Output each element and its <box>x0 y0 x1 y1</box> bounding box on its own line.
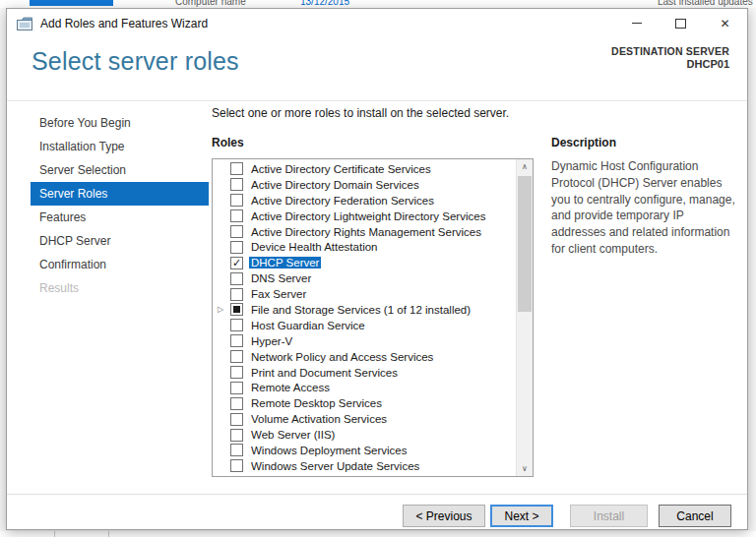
role-checkbox[interactable] <box>230 459 243 472</box>
titlebar[interactable]: Add Roles and Features Wizard ✕ <box>7 9 747 37</box>
install-button[interactable]: Install <box>570 505 648 527</box>
sidebar-item-label: Server Roles <box>39 187 107 201</box>
description-header: Description <box>551 136 616 149</box>
role-checkbox[interactable] <box>230 413 243 426</box>
role-checkbox[interactable] <box>230 366 243 379</box>
role-row[interactable]: ▷ File and Storage Services (1 of 12 ins… <box>213 302 516 318</box>
role-row[interactable]: Active Directory Lightweight Directory S… <box>213 209 516 224</box>
role-label: Windows Server Update Services <box>251 460 419 472</box>
role-label: Print and Document Services <box>251 367 398 379</box>
role-checkbox[interactable] <box>230 225 243 238</box>
role-label: File and Storage Services (1 of 12 insta… <box>251 304 471 316</box>
role-label: Windows Deployment Services <box>251 445 408 456</box>
role-checkbox[interactable] <box>230 241 243 254</box>
role-label: Host Guardian Service <box>251 320 365 331</box>
role-row[interactable]: Device Health Attestation <box>213 239 516 255</box>
role-row[interactable]: Windows Server Update Services <box>213 458 516 474</box>
roles-rows: Active Directory Certificate Services Ac… <box>213 161 516 474</box>
role-row[interactable]: Remote Desktop Services <box>213 395 516 411</box>
role-row[interactable]: Windows Deployment Services <box>213 443 516 458</box>
role-checkbox[interactable] <box>230 429 243 442</box>
next-button[interactable]: Next > <box>490 505 553 527</box>
sidebar-item-label: Before You Begin <box>39 116 131 130</box>
roles-header: Roles <box>212 136 244 149</box>
window-title: Add Roles and Features Wizard <box>40 17 208 30</box>
role-checkbox[interactable] <box>230 272 243 285</box>
role-label: Remote Desktop Services <box>251 397 382 409</box>
role-label: Active Directory Rights Management Servi… <box>251 226 481 238</box>
destination-server-label: DESTINATION SERVER <box>611 45 729 58</box>
minimize-button[interactable] <box>614 9 659 37</box>
role-row[interactable]: DNS Server <box>213 270 516 286</box>
role-row[interactable]: Network Policy and Access Services <box>213 349 516 365</box>
role-label: DHCP Server <box>249 257 321 268</box>
sidebar-item-label: Installation Type <box>39 140 125 153</box>
footer-separator <box>7 494 747 495</box>
role-row[interactable]: Fax Server <box>213 286 516 302</box>
sidebar-item[interactable]: Server Selection <box>31 158 209 182</box>
role-checkbox[interactable] <box>230 382 243 394</box>
sidebar-item[interactable]: Before You Begin <box>31 111 209 135</box>
maximize-button[interactable] <box>659 9 703 37</box>
sidebar-item[interactable]: Installation Type <box>31 135 209 158</box>
role-checkbox[interactable] <box>230 209 243 222</box>
scroll-up-icon[interactable]: ∧ <box>517 159 533 174</box>
role-row[interactable]: Print and Document Services <box>213 365 516 381</box>
cancel-button[interactable]: Cancel <box>659 505 731 527</box>
background-accent-bar <box>30 0 113 6</box>
role-checkbox[interactable] <box>230 319 243 331</box>
sidebar-item[interactable]: Features <box>31 206 209 229</box>
role-label: Active Directory Federation Services <box>251 195 434 207</box>
scrollbar[interactable]: ∧ ∨ <box>516 159 533 476</box>
sidebar-item-label: DHCP Server <box>39 234 110 248</box>
minimize-icon <box>632 23 642 24</box>
role-row[interactable]: Host Guardian Service <box>213 318 516 333</box>
background-bottom-sliver <box>0 531 756 537</box>
role-label: Hyper-V <box>251 335 292 347</box>
role-label: Web Server (IIS) <box>251 429 335 441</box>
role-row[interactable]: Active Directory Federation Services <box>213 193 516 209</box>
role-checkbox[interactable] <box>230 288 243 301</box>
scroll-down-icon[interactable]: ∨ <box>517 461 533 476</box>
sidebar-nav: Before You BeginInstallation TypeServer … <box>31 111 209 300</box>
role-row[interactable]: ✓ DHCP Server <box>213 255 516 270</box>
description-text: Dynamic Host Configuration Protocol (DHC… <box>551 158 741 258</box>
role-row[interactable]: Active Directory Domain Services <box>213 177 516 193</box>
sidebar-item[interactable]: DHCP Server <box>31 229 209 253</box>
sidebar-item[interactable]: Confirmation <box>31 253 209 276</box>
role-row[interactable]: Hyper-V <box>213 333 516 349</box>
role-label: Active Directory Certificate Services <box>251 163 431 175</box>
role-checkbox[interactable]: ✓ <box>230 257 243 269</box>
background-divider <box>54 531 55 537</box>
role-checkbox[interactable] <box>230 444 243 456</box>
expand-arrow-icon[interactable]: ▷ <box>218 306 230 314</box>
role-checkbox[interactable] <box>230 162 243 175</box>
sidebar-item[interactable]: Server Roles <box>31 182 209 206</box>
close-icon: ✕ <box>720 17 729 30</box>
page-title: Select server roles <box>32 47 239 76</box>
role-row[interactable]: Active Directory Rights Management Servi… <box>213 224 516 240</box>
role-row[interactable]: Web Server (IIS) <box>213 427 516 443</box>
background-link-fragment: 13/12/2015 <box>300 0 349 7</box>
app-icon <box>17 17 32 30</box>
role-checkbox[interactable] <box>230 194 243 207</box>
sidebar-item[interactable]: Results <box>31 276 209 300</box>
previous-button[interactable]: < Previous <box>403 505 485 527</box>
role-label: Volume Activation Services <box>251 413 387 425</box>
role-checkbox[interactable] <box>230 350 243 363</box>
background-divider <box>108 531 109 537</box>
role-row[interactable]: Volume Activation Services <box>213 411 516 427</box>
role-checkbox[interactable] <box>230 178 243 191</box>
destination-server-block: DESTINATION SERVER DHCP01 <box>611 45 729 72</box>
role-checkbox[interactable] <box>230 303 243 316</box>
scrollbar-thumb[interactable] <box>518 176 532 312</box>
role-checkbox[interactable] <box>230 334 243 347</box>
role-label: Active Directory Domain Services <box>251 179 419 191</box>
role-checkbox[interactable] <box>230 397 243 410</box>
role-row[interactable]: Active Directory Certificate Services <box>213 161 516 177</box>
instruction-text: Select one or more roles to install on t… <box>212 106 509 120</box>
close-button[interactable]: ✕ <box>703 9 747 37</box>
role-label: DNS Server <box>251 272 311 284</box>
role-row[interactable]: Remote Access <box>213 380 516 395</box>
sidebar-item-label: Server Selection <box>39 163 126 177</box>
